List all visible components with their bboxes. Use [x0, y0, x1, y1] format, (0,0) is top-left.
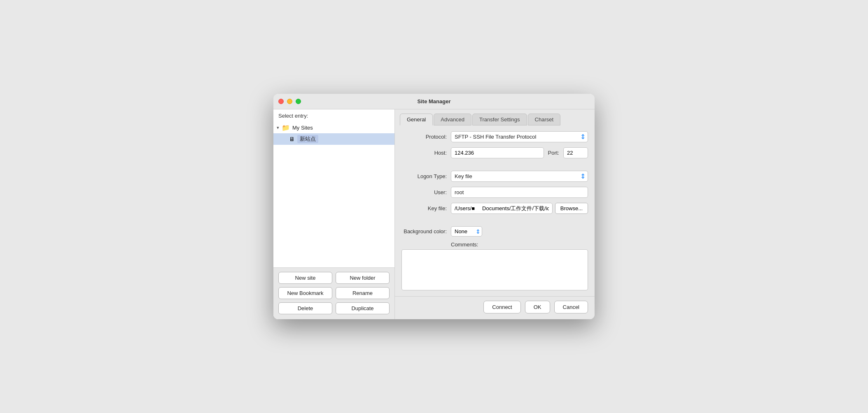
browse-button[interactable]: Browse... [555, 203, 588, 214]
new-site-button[interactable]: New site [278, 272, 332, 284]
host-row: Host: Port: [401, 147, 588, 158]
maximize-button[interactable] [296, 99, 301, 104]
tree-area: ▾ 📁 My Sites 🖥 新站点 [273, 121, 394, 267]
new-bookmark-button[interactable]: New Bookmark [278, 287, 332, 299]
key-file-row: Key file: Browse... [401, 203, 588, 214]
user-input[interactable] [451, 187, 588, 198]
rename-button[interactable]: Rename [336, 287, 390, 299]
port-input[interactable] [563, 147, 588, 158]
protocol-row: Protocol: SFTP - SSH File Transfer Proto… [401, 131, 588, 142]
port-label: Port: [548, 150, 559, 156]
site-name: 新站点 [297, 135, 318, 143]
ok-button[interactable]: OK [525, 301, 550, 313]
connect-button[interactable]: Connect [483, 301, 520, 313]
left-panel: Select entry: ▾ 📁 My Sites 🖥 新站点 New sit… [273, 109, 395, 319]
tab-transfer-settings[interactable]: Transfer Settings [472, 114, 527, 125]
bg-color-row: Background color: None Red Green Blue Ye… [401, 226, 588, 237]
protocol-select-wrapper: SFTP - SSH File Transfer Protocol FTP - … [451, 131, 588, 142]
folder-name: My Sites [292, 125, 313, 131]
user-row: User: [401, 187, 588, 198]
right-panel: General Advanced Transfer Settings Chars… [395, 109, 595, 319]
tree-folder-my-sites[interactable]: ▾ 📁 My Sites [273, 122, 394, 133]
key-file-input[interactable] [451, 203, 553, 214]
site-icon: 🖥 [289, 136, 295, 142]
key-file-label: Key file: [401, 205, 447, 211]
host-input[interactable] [451, 147, 544, 158]
tree-site-item[interactable]: 🖥 新站点 [273, 133, 394, 145]
minimize-button[interactable] [287, 99, 292, 104]
delete-button[interactable]: Delete [278, 302, 332, 314]
protocol-select[interactable]: SFTP - SSH File Transfer Protocol FTP - … [451, 131, 588, 142]
protocol-label: Protocol: [401, 134, 447, 140]
bg-color-label: Background color: [401, 228, 447, 234]
host-label: Host: [401, 150, 447, 156]
select-entry-label: Select entry: [273, 109, 394, 121]
window-title: Site Manager [418, 98, 451, 104]
tree-arrow[interactable]: ▾ [277, 125, 279, 130]
logon-type-row: Logon Type: Key file Normal Anonymous In… [401, 171, 588, 182]
titlebar: Site Manager [273, 94, 595, 109]
tabs-bar: General Advanced Transfer Settings Chars… [395, 109, 595, 125]
new-folder-button[interactable]: New folder [336, 272, 390, 284]
keyfile-row: Browse... [451, 203, 588, 214]
comments-label: Comments: [401, 241, 588, 248]
traffic-lights [278, 99, 301, 104]
site-manager-window: Site Manager Select entry: ▾ 📁 My Sites … [273, 94, 595, 319]
tab-advanced[interactable]: Advanced [434, 114, 471, 125]
cancel-button[interactable]: Cancel [554, 301, 588, 313]
close-button[interactable] [278, 99, 284, 104]
logon-type-select-wrapper: Key file Normal Anonymous Interactive ⇕ [451, 171, 588, 182]
duplicate-button[interactable]: Duplicate [336, 302, 390, 314]
tab-charset[interactable]: Charset [528, 114, 561, 125]
folder-icon: 📁 [282, 124, 290, 132]
bg-color-select-wrapper: None Red Green Blue Yellow ⇕ [451, 226, 482, 237]
user-label: User: [401, 189, 447, 195]
tab-general[interactable]: General [400, 114, 433, 125]
left-buttons: New site New folder New Bookmark Rename … [273, 267, 394, 319]
comments-textarea[interactable] [401, 249, 588, 290]
comments-section: Comments: [401, 241, 588, 290]
bottom-bar: Connect OK Cancel [395, 296, 595, 319]
bg-color-select[interactable]: None Red Green Blue Yellow [451, 226, 482, 237]
window-body: Select entry: ▾ 📁 My Sites 🖥 新站点 New sit… [273, 109, 595, 319]
logon-type-select[interactable]: Key file Normal Anonymous Interactive [451, 171, 588, 182]
right-content: Protocol: SFTP - SSH File Transfer Proto… [395, 125, 595, 296]
logon-type-label: Logon Type: [401, 173, 447, 179]
